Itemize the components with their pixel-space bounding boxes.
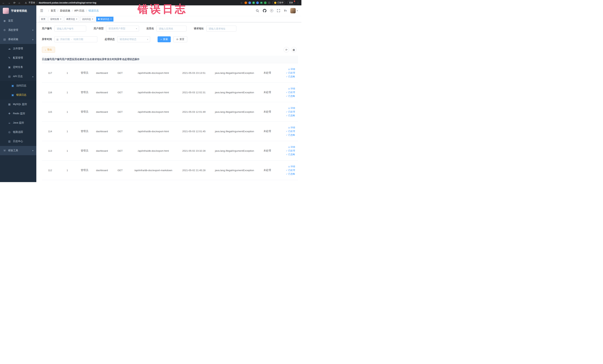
breadcrumb: / 首页 / 基础设施 / API 日志 / 错误日志 [46, 9, 99, 12]
tab-close-icon[interactable]: × [92, 18, 93, 20]
browser-reload-icon[interactable]: ⟳ [13, 1, 16, 4]
mark-ignored-link[interactable]: ✓ 已忽略 [286, 133, 295, 137]
user-type-select[interactable]: 请选择用户类型 ▾ [106, 26, 139, 32]
sidebar-item[interactable]: ▦ MySQL 监控 [0, 100, 36, 109]
address-bar[interactable]: ⚠ 不安全 dashboard.yudao.iocoder.cn/infra/l… [25, 1, 240, 4]
extension-icon[interactable]: on [260, 1, 263, 4]
chevron-icon: ▴ [32, 38, 33, 41]
tab[interactable]: 调度日志 × [64, 17, 79, 22]
user-id-input[interactable] [54, 26, 86, 32]
sidebar-item[interactable]: ☁ 文件管理 [0, 44, 36, 53]
sidebar-item[interactable]: ⚒ 研发工具 ▾ [0, 146, 36, 155]
detail-link[interactable]: ◎ 详细 [288, 165, 295, 168]
mark-ignored-link[interactable]: ✓ 已忽略 [286, 75, 295, 78]
extension-icon[interactable] [268, 1, 270, 4]
menu-item-icon: ◎ [8, 130, 11, 133]
mark-ignored-link[interactable]: ✓ 已忽略 [286, 114, 295, 117]
browser-forward-icon[interactable]: → [8, 1, 10, 4]
detail-link[interactable]: ◎ 详细 [288, 87, 295, 90]
help-icon[interactable]: ? [270, 9, 273, 12]
sidebar-item[interactable]: ▥ 日志中心 [0, 137, 36, 146]
browser-home-icon[interactable]: ⌂ [19, 1, 20, 4]
app-logo[interactable]: 芋道管理系统 [0, 5, 36, 16]
sidebar-item[interactable]: ▤ API 日志 ▴ [0, 72, 36, 81]
menu-item-label: 基础设施 [8, 38, 18, 41]
menu-item-label: 系统管理 [8, 28, 18, 32]
extension-icon[interactable]: V [252, 1, 255, 4]
user-id-cell: 1 [58, 141, 76, 160]
extension-icon[interactable] [264, 1, 267, 4]
sidebar-item[interactable]: ◎ 链路追踪 [0, 127, 36, 137]
sidebar-item[interactable]: ⚙ 系统管理 ▾ [0, 25, 36, 35]
mark-processed-link[interactable]: ✓ 已处理 [286, 130, 295, 133]
user-type-cell: 管理员 [76, 122, 93, 141]
browser-menu-icon[interactable]: ⋮ [297, 1, 299, 4]
app-name-input[interactable] [156, 26, 186, 32]
request-url-input[interactable] [206, 26, 236, 32]
process-status-select[interactable]: 请选择处理状态 ▾ [117, 36, 150, 42]
detail-link[interactable]: ◎ 详细 [288, 68, 295, 71]
page-url[interactable]: dashboard.yudao.iocoder.cn/infra/log/api… [39, 1, 96, 4]
app-title: 芋道管理系统 [11, 9, 27, 13]
refresh-table-button[interactable]: ⟳ [284, 47, 289, 52]
mark-ignored-link[interactable]: ✓ 已忽略 [286, 172, 295, 176]
breadcrumb-link[interactable]: 错误日志 [88, 9, 99, 12]
search-button[interactable]: ⌕ 搜索 [158, 36, 171, 42]
reset-button[interactable]: ⟳ 重置 [173, 36, 187, 42]
sidebar-item[interactable]: ❖ Redis 监控 [0, 109, 36, 118]
github-icon[interactable] [263, 9, 267, 13]
tab[interactable]: 首页 × [39, 17, 47, 22]
paused-badge[interactable]: 已暂停 [272, 1, 285, 5]
tab-close-icon[interactable]: × [110, 18, 112, 20]
detail-link[interactable]: ◎ 详细 [288, 107, 295, 110]
breadcrumb-link[interactable]: API 日志 [74, 9, 84, 12]
tab-close-icon[interactable]: × [60, 18, 61, 20]
user-id-cell: 1 [58, 102, 76, 121]
menu-item-label: MySQL 监控 [13, 103, 27, 106]
extension-icon[interactable] [248, 1, 251, 4]
mark-ignored-link[interactable]: ✓ 已忽略 [286, 94, 295, 98]
search-icon[interactable] [256, 9, 259, 13]
mark-ignored-link[interactable]: ✓ 已忽略 [286, 153, 295, 156]
fullscreen-icon[interactable] [277, 9, 280, 13]
sidebar-item[interactable]: ▣ 定时任务 [0, 62, 36, 72]
breadcrumb-link[interactable]: 基础设施 [60, 9, 70, 12]
log-id-cell: 113 [42, 141, 58, 160]
breadcrumb-link[interactable]: 首页 [51, 9, 56, 12]
update-button[interactable]: 更新 [287, 1, 295, 5]
detail-link[interactable]: ◎ 详细 [288, 126, 295, 129]
tab-close-icon[interactable]: × [76, 18, 77, 20]
hamburger-icon[interactable]: ☰ [40, 9, 43, 13]
column-settings-button[interactable]: ▦ [291, 47, 297, 52]
export-button[interactable]: ↓ 导出 [42, 47, 55, 53]
font-size-icon[interactable]: TT [284, 9, 287, 12]
tab[interactable]: 错误日志 × [96, 17, 114, 22]
extension-icon[interactable] [244, 1, 247, 4]
detail-link[interactable]: ◎ 详细 [288, 146, 295, 149]
browser-back-icon[interactable]: ← [2, 1, 5, 4]
mark-processed-link[interactable]: ✓ 已处理 [286, 110, 295, 114]
sidebar-item[interactable]: ▤ 基础设施 ▴ [0, 35, 36, 44]
exception-time-cell: 2021-05-03 12:01:49 [178, 102, 210, 121]
mark-processed-link[interactable]: ✓ 已处理 [286, 71, 295, 75]
sidebar-item[interactable]: ☕ Java 监控 [0, 118, 36, 127]
user-menu[interactable]: ▾ [290, 8, 298, 13]
tab[interactable]: 访问日志 × [80, 17, 95, 22]
update-label: 更新 [289, 1, 293, 4]
user-type-cell: 管理员 [76, 141, 93, 160]
bookmark-star-icon[interactable]: ☆ [240, 1, 243, 4]
tab-label: 访问日志 [82, 18, 91, 21]
mark-processed-link[interactable]: ✓ 已处理 [286, 149, 295, 153]
sidebar-item[interactable]: ✎ 配置管理 [0, 53, 36, 62]
sidebar-item[interactable]: ▣ 访问日志 [0, 81, 36, 90]
extension-icon[interactable] [256, 1, 259, 4]
tab[interactable]: 定时任务 × [48, 17, 63, 22]
status-cell: 未处理 [259, 161, 276, 180]
sidebar-item[interactable]: ◉ 首页 [0, 16, 36, 25]
menu-item-icon: ▥ [8, 140, 11, 143]
menu-item-label: 错误日志 [16, 93, 26, 97]
mark-processed-link[interactable]: ✓ 已处理 [286, 91, 295, 94]
sidebar-item[interactable]: ▣ 错误日志 [0, 90, 36, 100]
exception-time-range-picker[interactable]: ▦ 开始日期 - 结束日期 [54, 36, 97, 42]
mark-processed-link[interactable]: ✓ 已处理 [286, 169, 295, 172]
